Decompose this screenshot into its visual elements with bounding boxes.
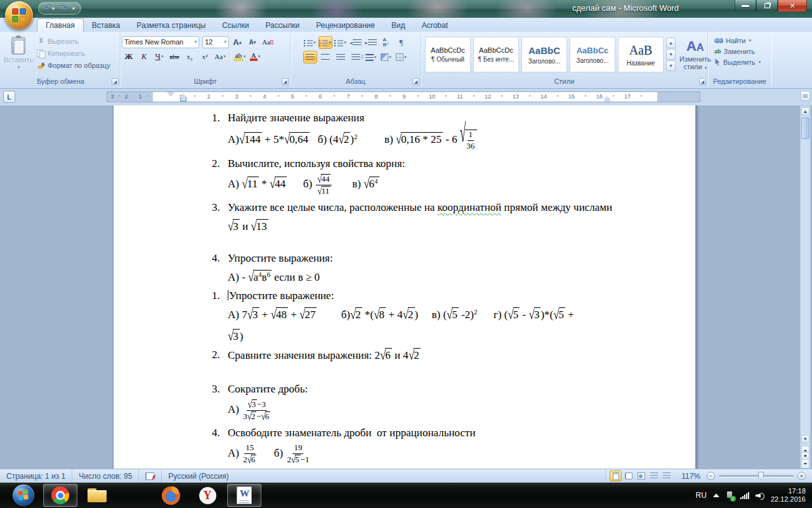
style-card[interactable]: AaBbCcЗаголово... [570, 37, 615, 72]
find-button[interactable]: Найти▾ [712, 36, 770, 46]
decrease-indent-button[interactable]: ◂ [349, 36, 363, 49]
left-indent-marker[interactable] [180, 97, 187, 102]
outline-view-button[interactable] [648, 471, 660, 481]
font-name-combo[interactable]: Times New Roman▾ [122, 36, 199, 48]
ribbon-tab-acrobat[interactable]: Acrobat [414, 19, 456, 32]
align-right-button[interactable] [334, 51, 348, 64]
superscript-button[interactable]: x² [198, 50, 212, 63]
start-button[interactable] [6, 484, 41, 507]
status-bar: Страница: 1 из 1 Число слов: 95 Русский … [0, 469, 812, 483]
ruler-toggle-button[interactable]: ▤ [801, 91, 810, 101]
taskbar-explorer-button[interactable] [80, 484, 114, 507]
paste-button[interactable]: Вставить▾ [3, 34, 34, 77]
styles-scroll-up-button[interactable]: ▲ [666, 37, 676, 48]
ribbon-tab-3[interactable]: Ссылки [214, 19, 257, 32]
font-size-combo[interactable]: 12▾ [202, 36, 229, 48]
grow-font-button[interactable]: A▴ [230, 36, 244, 48]
subscript-button[interactable]: x₂ [183, 50, 197, 63]
clock[interactable]: 17:1822.12.2016 [771, 487, 806, 504]
shading-button[interactable]: ▾ [379, 51, 393, 64]
align-center-button[interactable] [318, 51, 332, 64]
increase-indent-button[interactable]: ▸ [364, 36, 378, 49]
clear-formatting-button[interactable]: Аа [261, 36, 275, 48]
font-dialog-launcher[interactable]: ◢ [282, 78, 289, 85]
language-input-indicator[interactable]: RU [696, 491, 707, 500]
scrollbar-thumb[interactable] [801, 117, 809, 139]
style-card[interactable]: AaBbCcDc¶ Обычный [425, 37, 471, 72]
font-group-label: Шрифт [122, 77, 289, 86]
highlight-button[interactable]: ab▾ [233, 50, 247, 63]
taskbar-yandex-button[interactable]: Y [190, 484, 225, 507]
taskbar-chrome-button[interactable] [43, 484, 77, 507]
styles-dialog-launcher[interactable]: ◢ [699, 78, 706, 85]
style-card[interactable]: AaBbCcDc¶ Без инте... [473, 37, 519, 72]
styles-gallery-scroll: ▲ ▼ ▼ [665, 34, 677, 77]
sort-button[interactable]: АЯ↓ [379, 36, 393, 49]
bullets-button[interactable]: ▾ [303, 36, 317, 49]
replace-button[interactable]: abЗаменить [712, 46, 770, 57]
taskbar-word-button[interactable] [227, 484, 261, 507]
show-hidden-icons-button[interactable] [713, 493, 719, 497]
page-indicator[interactable]: Страница: 1 из 1 [0, 469, 72, 483]
clipboard-dialog-launcher[interactable]: ◢ [112, 78, 119, 85]
bold-button[interactable]: Ж [122, 50, 136, 63]
fullscreen-reading-view-button[interactable] [622, 471, 634, 481]
volume-icon[interactable] [756, 491, 764, 499]
taskbar-firefox-button[interactable] [154, 484, 188, 507]
ribbon-tab-6[interactable]: Вид [383, 19, 414, 32]
change-case-button[interactable]: Aa▾ [213, 50, 227, 63]
zoom-level[interactable]: 117% [676, 472, 705, 481]
taskbar-media-player-button[interactable] [117, 484, 151, 507]
horizontal-ruler[interactable]: 1234567891011121314151617321 [107, 91, 700, 102]
network-signal-icon[interactable] [740, 492, 749, 499]
office-button[interactable] [5, 1, 33, 29]
ribbon-tab-1[interactable]: Вставка [84, 19, 129, 32]
borders-button[interactable]: ▾ [395, 51, 409, 64]
align-left-button[interactable] [303, 51, 317, 64]
draft-view-button[interactable] [660, 471, 672, 481]
ribbon-tab-2[interactable]: Разметка страницы [128, 19, 214, 32]
safely-remove-hardware-icon[interactable] [726, 491, 734, 500]
underline-button[interactable]: Ч▾ [152, 50, 166, 63]
scroll-up-button[interactable]: ▲ [801, 107, 809, 116]
zoom-out-button[interactable]: − [707, 472, 715, 480]
copy-button[interactable]: Копировать [34, 48, 113, 58]
cut-button[interactable]: Вырезать [34, 36, 113, 46]
multilevel-list-button[interactable]: ▾ [334, 36, 348, 49]
ribbon-tab-0[interactable]: Главная [37, 18, 84, 32]
ribbon-tab-5[interactable]: Рецензирование [308, 19, 383, 32]
zoom-track[interactable] [719, 475, 794, 477]
italic-button[interactable]: К [137, 50, 151, 63]
strikethrough-button[interactable]: abe [167, 50, 181, 63]
select-button[interactable]: Выделить▾ [712, 57, 770, 67]
show-marks-button[interactable]: ¶ [395, 36, 409, 49]
web-layout-view-button[interactable] [635, 471, 647, 481]
minimize-button[interactable] [735, 0, 756, 12]
restore-button[interactable] [756, 0, 778, 12]
format-painter-button[interactable]: Формат по образцу [34, 60, 113, 70]
close-button[interactable]: ✕ [778, 0, 807, 12]
language-indicator[interactable]: Русский (Россия) [162, 469, 235, 483]
font-color-button[interactable]: А▾ [248, 50, 262, 63]
document-page[interactable]: 1.Найдите значение выраженияА)√144 + 5*√… [113, 105, 696, 469]
style-card[interactable]: AaBbCЗаголово... [521, 37, 567, 72]
styles-more-button[interactable]: ▼ [666, 60, 676, 71]
tab-selector[interactable]: L [3, 91, 15, 103]
styles-scroll-down-button[interactable]: ▼ [666, 49, 676, 60]
ribbon-tab-4[interactable]: Рассылки [257, 19, 308, 32]
first-line-indent-marker[interactable] [167, 92, 174, 96]
print-layout-view-button[interactable] [610, 471, 622, 481]
line-spacing-button[interactable]: ▾ [364, 51, 378, 64]
paragraph-dialog-launcher[interactable]: ◢ [412, 78, 419, 85]
word-count[interactable]: Число слов: 95 [72, 469, 139, 483]
style-card[interactable]: АаВНазвание [618, 37, 664, 72]
shrink-font-button[interactable]: A▾ [246, 36, 259, 48]
numbering-button[interactable]: ▾ [318, 36, 332, 49]
zoom-thumb[interactable] [758, 472, 764, 480]
proofing-status[interactable] [139, 469, 162, 483]
vertical-scrollbar[interactable]: ▲ ▼ ⏶ ● ⏷ [800, 105, 811, 469]
right-indent-marker[interactable] [604, 97, 610, 101]
zoom-in-button[interactable]: + [797, 472, 806, 480]
next-page-button[interactable]: ⏷ [801, 459, 809, 469]
scroll-down-button[interactable]: ▼ [801, 435, 809, 443]
